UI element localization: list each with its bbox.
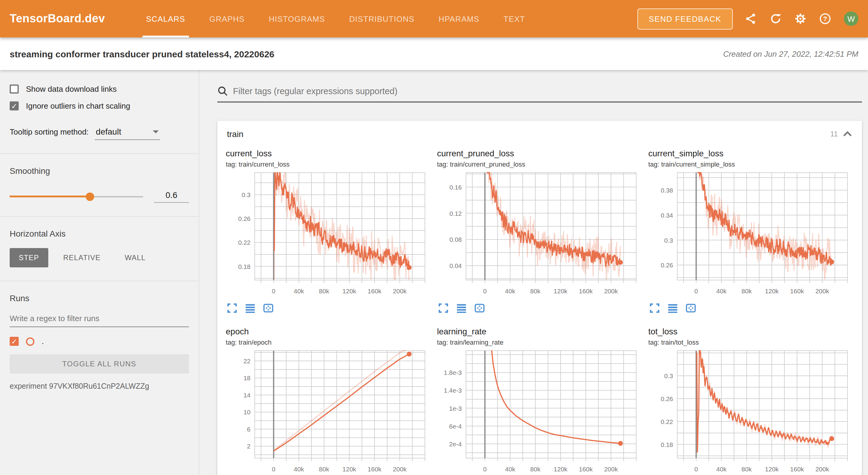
show-download-links-row[interactable]: Show data download links bbox=[10, 85, 189, 94]
chart-tag: tag: train/current_simple_loss bbox=[648, 159, 854, 169]
chart-tag: tag: train/epoch bbox=[226, 338, 431, 348]
tab-distributions[interactable]: DISTRIBUTIONS bbox=[346, 0, 418, 37]
chart-plot[interactable]: 0.180.220.260.3040k80k120k160k200k bbox=[226, 170, 429, 300]
nav-tabs: SCALARS GRAPHS HISTOGRAMS DISTRIBUTIONS … bbox=[134, 0, 638, 37]
svg-text:200k: 200k bbox=[815, 288, 829, 294]
run-checkbox[interactable]: ✓ bbox=[10, 337, 19, 346]
svg-text:160k: 160k bbox=[790, 466, 804, 473]
axis-wall-button[interactable]: WALL bbox=[116, 248, 155, 267]
expand-chart-icon[interactable] bbox=[438, 303, 448, 313]
refresh-icon[interactable] bbox=[770, 13, 782, 25]
svg-text:160k: 160k bbox=[368, 466, 381, 473]
smoothing-slider-knob[interactable] bbox=[85, 192, 94, 201]
sidebar-divider bbox=[0, 153, 198, 154]
section-chart-count: 11 bbox=[830, 130, 838, 138]
smoothing-slider[interactable] bbox=[10, 192, 143, 201]
chart-title: tot_loss bbox=[648, 325, 854, 338]
svg-text:120k: 120k bbox=[554, 466, 568, 473]
axis-step-button[interactable]: STEP bbox=[10, 248, 48, 267]
show-download-links-checkbox[interactable] bbox=[10, 85, 19, 94]
svg-text:1e-3: 1e-3 bbox=[449, 405, 462, 412]
svg-text:160k: 160k bbox=[790, 288, 804, 294]
svg-text:80k: 80k bbox=[742, 466, 752, 473]
svg-text:0.3: 0.3 bbox=[664, 237, 673, 244]
tab-graphs[interactable]: GRAPHS bbox=[206, 0, 248, 37]
svg-text:200k: 200k bbox=[604, 288, 618, 294]
svg-text:120k: 120k bbox=[343, 466, 356, 473]
share-icon[interactable] bbox=[745, 13, 757, 25]
svg-text:120k: 120k bbox=[554, 288, 568, 294]
fit-domain-icon[interactable] bbox=[686, 303, 696, 313]
ignore-outliers-checkbox[interactable]: ✓ bbox=[10, 101, 19, 110]
toggle-y-axis-icon[interactable] bbox=[245, 303, 255, 313]
chevron-up-icon[interactable] bbox=[843, 130, 852, 137]
smoothing-row: 0.6 bbox=[10, 190, 189, 203]
train-section-card: train 11 current_loss tag: train/current… bbox=[217, 121, 862, 475]
tooltip-sorting-select[interactable]: default bbox=[95, 126, 160, 140]
svg-text:0.3: 0.3 bbox=[242, 191, 250, 198]
header-icons: ? W bbox=[745, 11, 858, 26]
chart-toolbar bbox=[648, 303, 854, 313]
svg-text:120k: 120k bbox=[765, 288, 779, 294]
svg-text:0: 0 bbox=[272, 466, 276, 473]
smoothing-heading: Smoothing bbox=[10, 166, 189, 176]
chart-title: current_pruned_loss bbox=[437, 147, 642, 159]
svg-text:200k: 200k bbox=[393, 466, 407, 473]
send-feedback-button[interactable]: SEND FEEDBACK bbox=[638, 8, 733, 29]
chart-plot[interactable]: 0.180.220.260.3040k80k120k160k200k bbox=[648, 348, 852, 475]
svg-text:80k: 80k bbox=[319, 288, 329, 294]
toggle-all-runs-button[interactable]: TOGGLE ALL RUNS bbox=[10, 354, 189, 374]
toggle-y-axis-icon[interactable] bbox=[456, 303, 467, 313]
fit-domain-icon[interactable] bbox=[263, 303, 273, 313]
avatar[interactable]: W bbox=[844, 11, 858, 26]
chart-tag: tag: train/learning_rate bbox=[437, 338, 642, 348]
chart-title: learning_rate bbox=[437, 325, 642, 338]
help-icon[interactable]: ? bbox=[819, 13, 831, 25]
svg-text:120k: 120k bbox=[765, 466, 779, 473]
chart-toolbar bbox=[437, 303, 642, 313]
svg-text:200k: 200k bbox=[393, 288, 407, 294]
content-row: Show data download links ✓ Ignore outlie… bbox=[0, 70, 868, 475]
svg-text:0: 0 bbox=[694, 288, 698, 294]
svg-text:?: ? bbox=[823, 15, 827, 23]
tab-scalars[interactable]: SCALARS bbox=[143, 0, 189, 37]
toggle-y-axis-icon[interactable] bbox=[668, 303, 678, 313]
expand-chart-icon[interactable] bbox=[650, 303, 660, 313]
expand-chart-icon[interactable] bbox=[227, 303, 237, 313]
chart-plot[interactable]: 0.040.080.120.16040k80k120k160k200k bbox=[437, 170, 641, 300]
app-logo: TensorBoard.dev bbox=[10, 12, 105, 25]
svg-text:0.26: 0.26 bbox=[661, 395, 673, 402]
tooltip-sorting-row: Tooltip sorting method: default bbox=[10, 126, 189, 140]
svg-text:0.34: 0.34 bbox=[661, 212, 673, 219]
axis-relative-button[interactable]: RELATIVE bbox=[54, 248, 110, 267]
run-row[interactable]: ✓ . bbox=[10, 337, 189, 346]
tooltip-sorting-label: Tooltip sorting method: bbox=[10, 127, 89, 136]
chart-plot[interactable]: 2610141822040k80k120k160k200k bbox=[226, 348, 429, 475]
chevron-down-icon bbox=[153, 130, 159, 133]
svg-text:160k: 160k bbox=[579, 466, 593, 473]
chart-plot[interactable]: 2e-46e-41e-31.4e-31.8e-3040k80k120k160k2… bbox=[437, 348, 641, 475]
tab-text[interactable]: TEXT bbox=[500, 0, 528, 37]
tab-histograms[interactable]: HISTOGRAMS bbox=[265, 0, 329, 37]
ignore-outliers-row[interactable]: ✓ Ignore outliers in chart scaling bbox=[10, 101, 189, 110]
fit-domain-icon[interactable] bbox=[474, 303, 485, 313]
svg-text:6: 6 bbox=[247, 426, 250, 433]
chart-title: current_loss bbox=[226, 147, 431, 159]
train-section-header[interactable]: train 11 bbox=[217, 121, 862, 144]
svg-text:0: 0 bbox=[483, 288, 487, 294]
settings-gear-icon[interactable] bbox=[794, 13, 806, 25]
chart-card: current_loss tag: train/current_loss 0.1… bbox=[226, 147, 431, 313]
svg-text:0.04: 0.04 bbox=[450, 262, 462, 269]
chart-plot[interactable]: 0.260.30.340.38040k80k120k160k200k bbox=[648, 170, 852, 300]
svg-text:10: 10 bbox=[244, 409, 250, 416]
smoothing-value[interactable]: 0.6 bbox=[154, 190, 189, 203]
svg-text:2: 2 bbox=[247, 443, 250, 450]
tab-hparams[interactable]: HPARAMS bbox=[435, 0, 483, 37]
svg-text:80k: 80k bbox=[530, 288, 540, 294]
filter-tags-input[interactable] bbox=[233, 86, 862, 96]
runs-regex-input[interactable] bbox=[10, 310, 189, 327]
horizontal-axis-buttons: STEP RELATIVE WALL bbox=[10, 248, 189, 267]
svg-text:160k: 160k bbox=[368, 288, 381, 294]
svg-text:0.18: 0.18 bbox=[661, 441, 673, 448]
experiment-title: streaming conformer transducer pruned st… bbox=[10, 49, 274, 59]
